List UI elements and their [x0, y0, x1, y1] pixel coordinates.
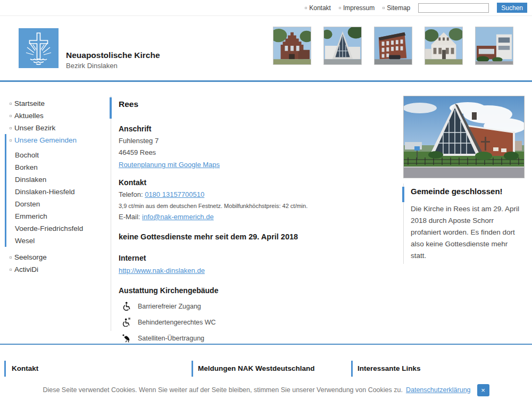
side-navigation: Startseite Aktuelles Unser Bezirk Unsere…	[0, 97, 111, 276]
internet-heading: Internet	[119, 254, 402, 262]
closure-heading: Gemeinde geschlossen!	[411, 187, 527, 196]
page-title: Rees	[119, 99, 402, 109]
bullet-square-icon	[10, 256, 12, 259]
sidebar-item-voerde-friedrichsfeld[interactable]: Voerde-Friedrichsfeld	[0, 222, 111, 235]
accent-bar	[402, 187, 404, 202]
active-section-bar	[5, 134, 6, 247]
equipment-label: Behindertengerechtes WC	[138, 319, 216, 326]
sidebar-item-label: Dinslaken	[15, 176, 46, 184]
email-link[interactable]: info@nak-emmerich.de	[142, 213, 214, 221]
sidebar-item-label: Seelsorge	[14, 253, 47, 261]
kontakt-heading: Kontakt	[119, 178, 402, 187]
wheelchair-icon	[122, 302, 131, 311]
bullet-square-icon	[383, 7, 385, 9]
footer-heading-meldungen: Meldungen NAK Westdeutschland	[198, 361, 315, 377]
cookie-close-button[interactable]: ×	[477, 384, 489, 396]
nak-cross-logo	[19, 28, 59, 68]
google-maps-link[interactable]: Routenplanung mit Google Maps	[119, 161, 220, 169]
sidebar-item-dorsten[interactable]: Dorsten	[0, 198, 111, 210]
sidebar-item-unser-bezirk[interactable]: Unser Bezirk	[0, 122, 111, 134]
sidebar-item-borken[interactable]: Borken	[0, 161, 111, 173]
equipment-row: Barrierefreier Zugang	[119, 302, 402, 311]
site-subtitle: Bezirk Dinslaken	[66, 62, 118, 70]
sidebar-item-startseite[interactable]: Startseite	[0, 97, 111, 110]
sidebar-item-label: Dorsten	[15, 200, 40, 208]
top-link-impressum[interactable]: Impressum	[339, 4, 375, 12]
bullet-square-icon	[10, 115, 12, 117]
main-content: Rees Anschrift Fuhlensteg 7 46459 Rees R…	[111, 96, 402, 331]
footer-heading-kontakt: Kontakt	[12, 361, 38, 377]
accent-bar	[110, 97, 112, 119]
top-link-label: Sitemap	[387, 4, 410, 12]
bullet-square-icon	[10, 139, 12, 142]
sidebar-item-aktuelles[interactable]: Aktuelles	[0, 110, 111, 122]
sidebar-item-label: Voerde-Friedrichsfeld	[15, 225, 83, 232]
top-link-sitemap[interactable]: Sitemap	[383, 4, 410, 12]
church-photo-5	[475, 27, 513, 65]
city-line: 46459 Rees	[119, 148, 402, 156]
telefon-label: Telefon:	[119, 190, 145, 198]
equipment-row: Behindertengerechtes WC	[119, 318, 402, 327]
wheelchair-wc-icon	[122, 318, 131, 327]
sidebar-item-actividi[interactable]: ActiviDi	[0, 263, 111, 276]
church-photo-2	[323, 27, 362, 65]
sidebar-item-label: Wesel	[15, 237, 35, 245]
sidebar-item-label: Borken	[15, 163, 38, 171]
equipment-label: Barrierefreier Zugang	[138, 303, 201, 310]
ausstattung-section: Austattung Kirchengebäude Barrierefreier…	[119, 286, 402, 343]
sidebar-item-seelsorge[interactable]: Seelsorge	[0, 251, 111, 263]
closure-text: Die Kirche in Rees ist am 29. April 2018…	[411, 203, 522, 262]
cookie-text: Diese Seite verwendet Cookies. Wenn Sie …	[43, 386, 403, 394]
sidebar-item-label: Dinslaken-Hiesfeld	[15, 188, 75, 196]
bullet-square-icon	[10, 269, 12, 271]
sidebar-item-bocholt[interactable]: Bocholt	[0, 149, 111, 161]
header-divider	[0, 80, 532, 82]
search-input[interactable]	[418, 3, 489, 13]
sidebar-item-wesel[interactable]: Wesel	[0, 235, 111, 247]
sidebar-item-label: Bocholt	[15, 151, 39, 159]
church-photo-3	[374, 27, 412, 65]
sidebar-item-label: Unsere Gemeinden	[14, 136, 77, 144]
footer-divider	[0, 344, 532, 345]
sidebar-item-dinslaken[interactable]: Dinslaken	[0, 173, 111, 186]
bullet-square-icon	[10, 127, 12, 129]
telefon-hinweis: 3,9 ct/min aus dem deutschen Festnetz. M…	[119, 203, 402, 209]
right-sidebar: Gemeinde geschlossen! Die Kirche in Rees…	[403, 96, 527, 264]
closure-notice: keine Gottesdienste mehr seit dem 29. Ap…	[119, 232, 402, 241]
website-link[interactable]: http://www.nak-dinslaken.de	[119, 267, 205, 275]
datenschutz-link[interactable]: Datenschutzerklärung	[406, 386, 471, 394]
equipment-label: Satelliten-Übertragung	[138, 335, 204, 342]
sidebar-item-dinslaken-hiesfeld[interactable]: Dinslaken-Hiesfeld	[0, 186, 111, 198]
street-line: Fuhlensteg 7	[119, 137, 402, 145]
equipment-row: Satelliten-Übertragung	[119, 334, 402, 343]
footer-heading-links: Interessante Links	[358, 361, 421, 377]
anschrift-heading: Anschrift	[119, 124, 402, 133]
sidebar-item-label: ActiviDi	[14, 265, 38, 273]
anschrift-section: Anschrift Fuhlensteg 7 46459 Rees Routen…	[119, 124, 402, 169]
cookie-banner: Diese Seite verwendet Cookies. Wenn Sie …	[0, 381, 532, 399]
accent-bar	[351, 361, 353, 377]
sidebar-item-label: Startseite	[14, 99, 45, 107]
sidebar-item-unsere-gemeinden[interactable]: Unsere Gemeinden	[0, 134, 111, 146]
bullet-square-icon	[305, 7, 307, 9]
site-title: Neuapostolische Kirche	[66, 51, 160, 60]
top-link-label: Kontakt	[309, 4, 331, 12]
page: Kontakt Impressum Sitemap Suchen Neuapos…	[0, 0, 532, 399]
search-button[interactable]: Suchen	[497, 3, 527, 13]
kontakt-section: Kontakt Telefon: 0180 13157700510 3,9 ct…	[119, 178, 402, 221]
church-photo-4	[425, 27, 463, 65]
satellite-dish-icon	[122, 334, 131, 343]
bullet-square-icon	[339, 7, 341, 9]
sidebar-item-emmerich[interactable]: Emmerich	[0, 210, 111, 222]
sidebar-bottom-group: Seelsorge ActiviDi	[0, 251, 111, 276]
sidebar-item-label: Aktuelles	[14, 112, 44, 120]
top-link-kontakt[interactable]: Kontakt	[305, 4, 331, 12]
ausstattung-heading: Austattung Kirchengebäude	[119, 286, 402, 295]
sidebar-item-label: Unser Bezirk	[14, 124, 55, 132]
telefon-link[interactable]: 0180 13157700510	[145, 190, 204, 198]
sidebar-item-label: Emmerich	[15, 212, 47, 220]
church-photo-1	[273, 27, 311, 65]
sidebar-submenu: Bocholt Borken Dinslaken Dinslaken-Hiesf…	[0, 149, 111, 247]
internet-section: Internet http://www.nak-dinslaken.de	[119, 254, 402, 275]
accent-bar	[192, 361, 193, 377]
